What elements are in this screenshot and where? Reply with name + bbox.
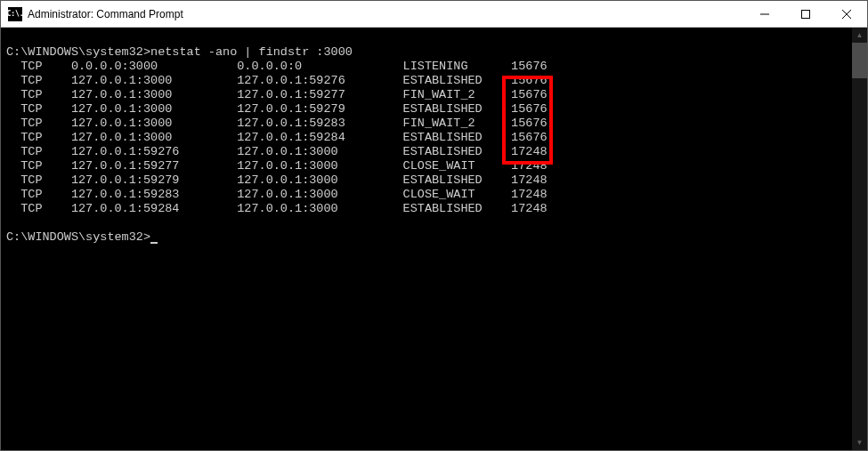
minimize-button[interactable] <box>744 1 785 27</box>
command-prompt-window: C:\. Administrator: Command Prompt C:\WI… <box>0 0 868 451</box>
prompt-prefix: C:\WINDOWS\system32> <box>6 45 150 59</box>
terminal-area: C:\WINDOWS\system32>netstat -ano | finds… <box>1 28 867 450</box>
netstat-output: TCP 0.0.0.0:3000 0.0.0.0:0 LISTENING 156… <box>6 60 548 215</box>
vertical-scrollbar[interactable]: ▲ ▼ <box>852 28 867 450</box>
prompt-line-2: C:\WINDOWS\system32> <box>6 230 158 244</box>
prompt-prefix-2: C:\WINDOWS\system32> <box>6 230 150 244</box>
svg-rect-1 <box>802 10 810 18</box>
terminal-content[interactable]: C:\WINDOWS\system32>netstat -ano | finds… <box>1 28 852 450</box>
window-controls <box>744 1 867 27</box>
app-icon: C:\. <box>8 7 22 21</box>
close-button[interactable] <box>826 1 867 27</box>
scroll-thumb[interactable] <box>852 43 867 78</box>
scroll-down-arrow[interactable]: ▼ <box>852 435 867 450</box>
cursor <box>150 242 158 244</box>
titlebar[interactable]: C:\. Administrator: Command Prompt <box>1 1 867 28</box>
prompt-line-1: C:\WINDOWS\system32>netstat -ano | finds… <box>6 45 353 59</box>
window-title: Administrator: Command Prompt <box>28 8 744 20</box>
command-text: netstat -ano | findstr :3000 <box>150 45 353 59</box>
maximize-button[interactable] <box>785 1 826 27</box>
scroll-up-arrow[interactable]: ▲ <box>852 28 867 43</box>
